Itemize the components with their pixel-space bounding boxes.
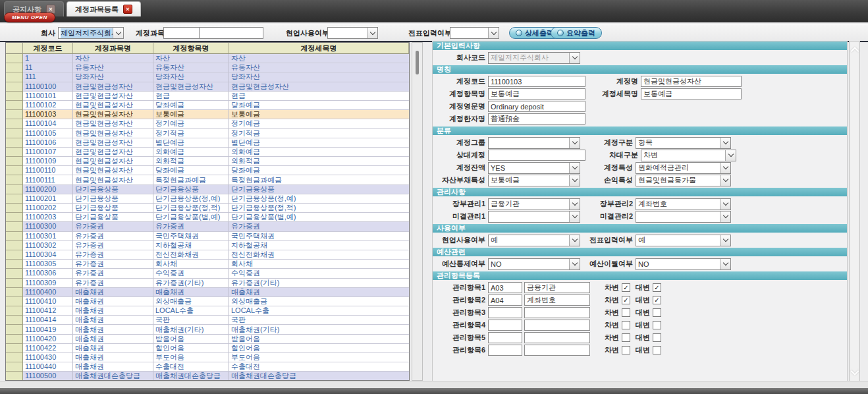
table-scrollbar[interactable] (412, 42, 423, 381)
row-selector[interactable] (6, 279, 23, 288)
account-detail-name-field[interactable]: 보통예금 (641, 88, 742, 99)
row-selector[interactable] (6, 82, 23, 92)
header-item-name[interactable]: 계정항목명 (153, 43, 229, 54)
chevron-up-icon[interactable] (850, 47, 859, 55)
mgmt-code-input[interactable] (488, 307, 522, 318)
close-icon[interactable]: × (123, 5, 132, 14)
table-row[interactable]: 11100309유가증권유가증권(기타)유가증권(기타) (6, 279, 409, 288)
mgmt-code-input[interactable] (488, 332, 522, 343)
scrollbar-thumb[interactable] (416, 51, 419, 74)
field-use-select[interactable]: 예 (488, 235, 580, 246)
table-row[interactable]: 11100201단기금융상품단기금융상품(정,예)단기금융상품(정,예) (6, 194, 409, 204)
table-row[interactable]: 11100111현금및현금성자산특정현금과예금특정현금과예금 (6, 175, 409, 184)
row-selector[interactable] (6, 110, 23, 119)
table-row[interactable]: 11100300유가증권유가증권유가증권 (6, 222, 409, 231)
row-selector[interactable] (6, 138, 23, 148)
debit-checkbox[interactable] (622, 321, 630, 329)
table-row[interactable]: 11100410매출채권외상매출금외상매출금 (6, 297, 409, 306)
table-row[interactable]: 11100202단기금융상품단기금융상품(정,적)단기금융상품(정,적) (6, 204, 409, 213)
header-detail-name[interactable]: 계정세목명 (229, 43, 409, 54)
menu-open-button[interactable]: MENU OPEN (4, 13, 55, 22)
row-selector[interactable] (6, 222, 23, 231)
row-selector[interactable] (6, 260, 23, 269)
mgmt-code-input[interactable] (488, 345, 522, 356)
row-selector[interactable] (6, 157, 23, 166)
account-balance-select[interactable]: YES (488, 162, 580, 174)
table-row[interactable]: 11100306유가증권수익증권수익증권 (6, 269, 409, 278)
debit-checkbox[interactable] (622, 346, 630, 354)
row-selector[interactable] (6, 353, 23, 362)
mgmt-name-input[interactable]: 금융기관 (524, 282, 590, 293)
table-row[interactable]: 11100101현금및현금성자산현금현금 (6, 92, 409, 101)
account-code-field[interactable]: 11100103 (488, 76, 585, 87)
slip-input-select[interactable]: 예 (636, 235, 731, 246)
table-row[interactable]: 11100110현금및현금성자산당좌예금당좌예금 (6, 166, 409, 175)
table-row[interactable]: 11유동자산유동자산유동자산 (6, 63, 409, 72)
row-selector[interactable] (6, 232, 23, 241)
table-row[interactable]: 11100106현금및현금성자산별단예금별단예금 (6, 138, 409, 148)
row-selector[interactable] (6, 166, 23, 175)
account-attribute-select[interactable]: 원화예적금관리 (636, 162, 731, 174)
asset-liability-select[interactable]: 보통예금 (488, 175, 580, 186)
debit-credit-select[interactable]: 차변 (641, 150, 736, 161)
table-row[interactable]: 11100419매출채권매출채권(기타)매출채권(기타) (6, 325, 409, 334)
ledger-mgmt1-select[interactable]: 금융기관 (488, 198, 580, 210)
table-row[interactable]: 111당좌자산당좌자산당좌자산 (6, 72, 409, 82)
table-row[interactable]: 11100301유가증권국민주택채권국민주택채권 (6, 232, 409, 241)
company-select[interactable]: 제일저지주식회사 (58, 27, 124, 39)
tab-account-register[interactable]: 계정과목등록 × (67, 1, 141, 16)
mgmt-name-input[interactable]: 계좌번호 (524, 295, 590, 306)
debit-checkbox[interactable]: ✓ (622, 296, 630, 304)
mgmt-name-input[interactable] (524, 332, 590, 343)
row-selector[interactable] (6, 344, 23, 353)
row-selector[interactable] (6, 119, 23, 128)
debit-checkbox[interactable] (622, 333, 630, 342)
chevron-down-icon[interactable] (850, 367, 859, 376)
debit-checkbox[interactable]: ✓ (622, 283, 630, 292)
credit-checkbox[interactable] (653, 321, 661, 329)
slip-input-filter-select[interactable] (450, 27, 499, 39)
row-selector[interactable] (6, 204, 23, 213)
row-selector[interactable] (6, 316, 23, 325)
header-account-code[interactable]: 계정코드 (23, 43, 73, 54)
account-name-field[interactable]: 현금및현금성자산 (641, 76, 742, 87)
row-selector[interactable] (6, 241, 23, 250)
table-row[interactable]: 11100430매출채권부도어음부도어음 (6, 353, 409, 362)
row-selector[interactable] (6, 175, 23, 184)
row-selector[interactable] (6, 297, 23, 306)
credit-checkbox[interactable] (653, 333, 661, 342)
account-group-select[interactable] (488, 137, 580, 149)
account-hanja-name-field[interactable]: 普通預金 (488, 113, 585, 125)
credit-checkbox[interactable]: ✓ (653, 296, 661, 304)
table-row[interactable]: 11100412매출채권LOCAL수출LOCAL수출 (6, 306, 409, 316)
table-row[interactable]: 11100440매출채권수출대전수출대전 (6, 362, 409, 372)
row-selector[interactable] (6, 288, 23, 297)
row-selector[interactable] (6, 185, 23, 194)
account-item-name-field[interactable]: 보통예금 (488, 88, 585, 99)
account-class-select[interactable]: 항목 (636, 137, 731, 149)
table-row[interactable]: 11100305유가증권회사채회사채 (6, 260, 409, 269)
row-selector[interactable] (6, 63, 23, 72)
row-selector[interactable] (6, 250, 23, 260)
row-selector[interactable] (6, 362, 23, 372)
table-row[interactable]: 11100103현금및현금성자산보통예금보통예금 (6, 110, 409, 119)
table-row[interactable]: 11100414매출채권국판국판 (6, 316, 409, 325)
mgmt-name-input[interactable] (524, 345, 590, 356)
credit-checkbox[interactable]: ✓ (653, 283, 661, 292)
row-selector[interactable] (6, 306, 23, 316)
table-row[interactable]: 11100302유가증권지하철공채지하철공채 (6, 241, 409, 250)
row-selector[interactable] (6, 101, 23, 110)
table-row[interactable]: 11100422매출채권할인어음할인어음 (6, 344, 409, 353)
credit-checkbox[interactable] (653, 308, 661, 317)
row-selector[interactable] (6, 372, 23, 381)
header-account-name[interactable]: 계정과목명 (73, 43, 153, 54)
debit-checkbox[interactable] (622, 308, 630, 317)
table-row[interactable]: 1자산자산자산 (6, 54, 409, 63)
account-english-name-field[interactable]: Ordinary deposit (488, 101, 585, 112)
row-selector[interactable] (6, 194, 23, 204)
mgmt-code-input[interactable]: A04 (488, 295, 522, 306)
table-row[interactable]: 11100109현금및현금성자산외화적금외화적금 (6, 157, 409, 166)
row-selector[interactable] (6, 54, 23, 63)
open-mgmt1-select[interactable] (488, 211, 580, 223)
row-selector[interactable] (6, 129, 23, 138)
